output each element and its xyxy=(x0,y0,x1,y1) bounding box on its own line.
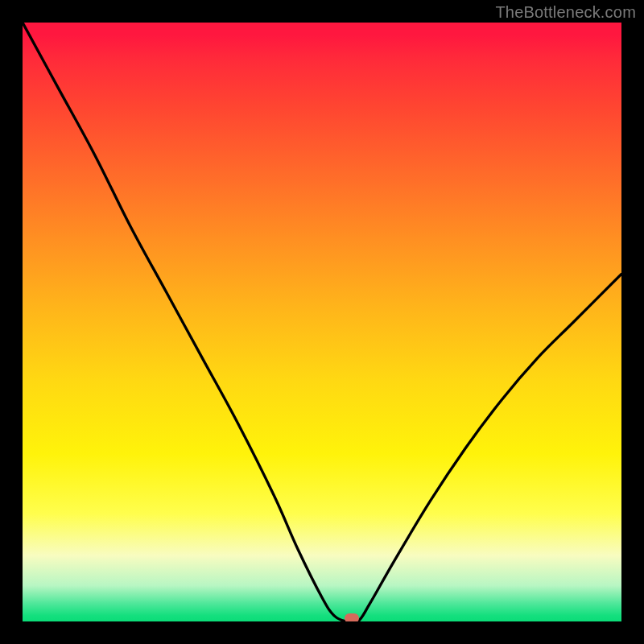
optimum-marker xyxy=(345,613,359,621)
bottleneck-curve xyxy=(23,23,621,621)
watermark-text: TheBottleneck.com xyxy=(495,3,636,22)
plot-area xyxy=(23,23,621,621)
chart-frame: TheBottleneck.com xyxy=(0,0,644,644)
